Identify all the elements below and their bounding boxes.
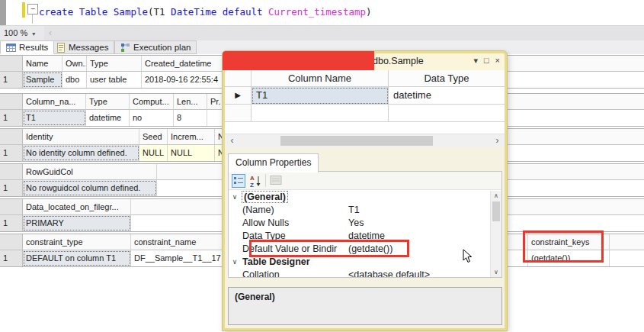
dialog-titlebar[interactable]: dbo.Sample ▾ □ × (225, 53, 505, 70)
column-header[interactable]: Identity (23, 129, 139, 145)
grid-cell[interactable]: 8 (174, 110, 207, 126)
property-row[interactable]: Collation<database default> (229, 269, 490, 278)
sql-token: ( (148, 6, 154, 18)
property-grid: ∨(General)(Name)T1Allow NullsYesData Typ… (229, 191, 490, 277)
sql-token: Sample (114, 6, 148, 18)
grid-cell[interactable]: T1 (23, 110, 86, 126)
hscroll-thumb[interactable] (280, 136, 433, 146)
property-row[interactable]: ∨(General) (229, 191, 490, 204)
tab-results[interactable]: Results (0, 40, 54, 54)
scroll-left-icon[interactable]: ‹ (49, 27, 52, 38)
tab-messages[interactable]: Messages (50, 40, 114, 54)
highlight-box-default-value (249, 240, 409, 257)
window-menu-icon[interactable]: ▾ (473, 56, 478, 66)
property-row[interactable]: Allow NullsYes (229, 217, 490, 230)
property-label: (Name) (241, 204, 348, 217)
grid-corner-cell (0, 164, 23, 180)
grid-corner-cell (0, 199, 23, 215)
row-number-cell[interactable]: 1 (0, 145, 23, 161)
row-number-cell[interactable]: 1 (0, 72, 23, 88)
query-editor[interactable]: − create Table Sample(T1 DateTime defaul… (0, 0, 644, 25)
row-indent (229, 217, 241, 230)
grid-corner-cell (0, 234, 23, 250)
column-header[interactable]: Comput... (130, 94, 174, 110)
grid-cell[interactable]: PRIMARY (23, 215, 131, 231)
grid-cell[interactable]: dbo (62, 72, 87, 88)
column-header[interactable]: Own... (62, 56, 87, 72)
property-label: (General) (241, 191, 348, 204)
column-header[interactable]: Seed (139, 129, 168, 145)
redaction-box (223, 51, 374, 70)
column-header[interactable]: Name (23, 56, 62, 72)
tab-execution-plan[interactable]: Execution plan (114, 40, 197, 54)
column-header-column-name[interactable]: Column Name (252, 70, 389, 87)
column-header[interactable]: Len... (174, 94, 207, 110)
grid-cell[interactable] (610, 250, 644, 266)
category-collapse-icon: ∨ (229, 256, 241, 269)
properties-vscrollbar[interactable]: ∧ ∨ (490, 191, 501, 277)
grid-cell[interactable]: NULL (168, 145, 215, 161)
sql-token: default (223, 6, 268, 18)
row-number-cell[interactable]: 1 (0, 180, 23, 196)
scroll-down-icon[interactable]: ∨ (491, 267, 501, 277)
column-header[interactable]: Type (87, 56, 142, 72)
svg-text:Z: Z (250, 182, 254, 188)
sql-token: DateTime (171, 6, 223, 18)
alphabetical-sort-icon[interactable]: A Z (249, 174, 263, 188)
grid-cell[interactable]: Sample (23, 72, 62, 88)
code-fold-collapse-icon[interactable]: − (27, 4, 38, 15)
zoom-level-select[interactable]: 100 %▾ (4, 28, 35, 37)
toolbar-separator (265, 174, 266, 187)
ssms-window: − create Table Sample(T1 DateTime defaul… (0, 0, 644, 332)
column-header[interactable]: RowGuidCol (23, 164, 157, 180)
scroll-right-icon[interactable]: › (491, 134, 504, 147)
grid-corner-cell (0, 129, 23, 145)
grid-corner-cell (225, 70, 252, 87)
sql-token: Table (79, 6, 114, 18)
column-header[interactable] (610, 234, 644, 250)
grid-cell[interactable]: no (130, 110, 174, 126)
grid-cell[interactable]: No identity column defined. (23, 145, 139, 161)
row-number-cell[interactable]: 1 (0, 250, 23, 266)
column-name-cell[interactable]: T1 (252, 87, 389, 105)
sql-token: Current_timestamp (268, 6, 366, 18)
row-number-cell[interactable]: 1 (0, 215, 23, 231)
close-icon[interactable]: × (495, 56, 500, 66)
tab-label: Execution plan (133, 43, 191, 52)
property-row[interactable]: (Name)T1 (229, 204, 490, 217)
grid-cell[interactable]: user table (87, 72, 142, 88)
editor-bottom-bar: 100 %▾ ‹ (0, 25, 644, 40)
column-header[interactable]: Column_na... (23, 94, 86, 110)
column-header-data-type[interactable]: Data Type (389, 70, 505, 87)
data-type-cell[interactable] (389, 105, 505, 122)
column-header[interactable]: Increm... (168, 129, 215, 145)
grid-cell[interactable]: datetime (86, 110, 130, 126)
column-header[interactable]: Data_located_on_filegr... (23, 199, 131, 215)
categorized-view-icon[interactable] (232, 174, 245, 188)
editor-hscrollbar[interactable] (44, 26, 644, 40)
row-indent (229, 230, 241, 243)
scroll-up-icon[interactable]: ∧ (491, 191, 501, 201)
fold-region-line (32, 15, 33, 24)
tab-column-properties[interactable]: Column Properties (228, 153, 319, 172)
grid-cell[interactable]: DEFAULT on column T1 (23, 250, 131, 266)
dialog-title: dbo.Sample (373, 56, 424, 66)
row-selector-cell[interactable]: ▶ (225, 87, 252, 105)
column-name-cell[interactable] (252, 105, 389, 122)
row-number-cell[interactable]: 1 (0, 110, 23, 126)
grid-cell[interactable]: NULL (139, 145, 168, 161)
property-row[interactable]: ∨Table Designer (229, 256, 490, 269)
property-value: <database default> (348, 269, 490, 278)
column-header[interactable]: Type (86, 94, 130, 110)
designer-grid-hscrollbar[interactable]: ‹ › (225, 134, 505, 147)
vscroll-thumb[interactable] (492, 201, 500, 221)
property-description-panel: (General) (228, 287, 502, 325)
float-window-icon[interactable]: □ (484, 56, 489, 66)
column-header[interactable]: constraint_type (23, 234, 131, 250)
scroll-left-icon[interactable]: ‹ (226, 134, 239, 147)
row-selector-icon: ▶ (235, 91, 241, 99)
grid-cell[interactable]: No rowguidcol column defined. (23, 180, 157, 196)
row-selector-cell[interactable] (225, 105, 252, 122)
sql-code-line[interactable]: create Table Sample(T1 DateTime default … (39, 6, 372, 18)
data-type-cell[interactable]: datetime (389, 87, 505, 105)
